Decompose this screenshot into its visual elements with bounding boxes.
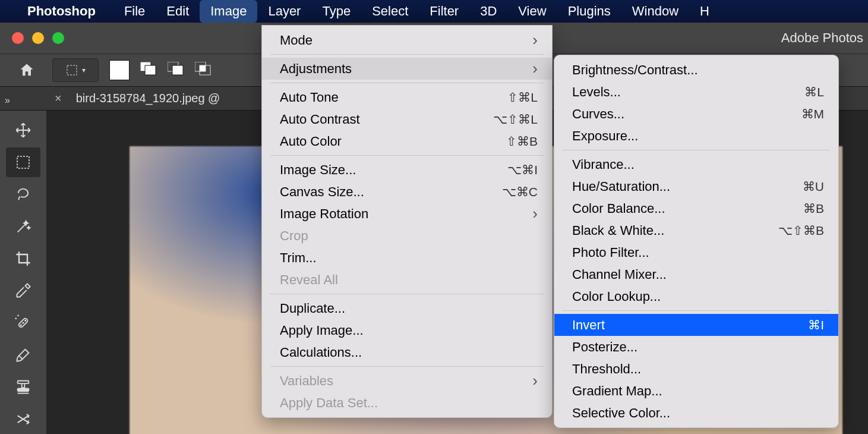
svg-rect-7 <box>200 65 206 71</box>
menubar-item-3d[interactable]: 3D <box>469 0 507 23</box>
menu-item-label: Crop <box>280 228 308 244</box>
menu-item-label: Trim... <box>280 250 317 266</box>
menu-item-label: Color Lookup... <box>572 289 661 304</box>
wand-tool-button[interactable] <box>6 212 40 241</box>
menu-item-label: Auto Color <box>280 134 342 149</box>
adjust-menu-posterize[interactable]: Posterize... <box>554 336 838 358</box>
menu-item-label: Apply Data Set... <box>280 395 378 411</box>
image-menu-adjustments[interactable]: Adjustments <box>262 58 552 80</box>
image-menu-trim[interactable]: Trim... <box>262 247 552 269</box>
eyedropper-tool-button[interactable] <box>6 276 40 306</box>
menu-item-label: Channel Mixer... <box>572 267 667 282</box>
menubar-item-window[interactable]: Window <box>621 0 689 23</box>
menu-item-label: Variables <box>280 373 333 389</box>
menu-item-label: Mode <box>280 33 313 48</box>
menu-item-label: Photo Filter... <box>572 245 649 260</box>
image-menu-mode[interactable]: Mode <box>262 29 552 51</box>
app-name[interactable]: Photoshop <box>27 4 96 19</box>
intersect-mode-icon[interactable] <box>195 62 212 78</box>
swap-tool-button[interactable] <box>6 404 40 434</box>
menu-item-shortcut: ⌘I <box>808 318 824 332</box>
move-tool-button[interactable] <box>6 115 40 145</box>
menu-item-label: Levels... <box>572 84 621 100</box>
image-menu-apply-image[interactable]: Apply Image... <box>262 319 552 341</box>
adjust-menu-color-balance[interactable]: Color Balance...⌘B <box>554 197 838 219</box>
menu-item-label: Hue/Saturation... <box>572 179 670 194</box>
marquee-tool-button[interactable] <box>6 147 40 177</box>
overlap-mode-icon[interactable] <box>140 62 157 78</box>
image-menu-crop: Crop <box>262 225 552 247</box>
menubar-item-filter[interactable]: Filter <box>419 0 469 23</box>
adjust-menu-threshold[interactable]: Threshold... <box>554 358 838 380</box>
adjust-menu-gradient-map[interactable]: Gradient Map... <box>554 380 838 402</box>
menu-item-shortcut: ⇧⌘L <box>507 90 538 105</box>
menubar-item-h[interactable]: H <box>689 0 720 23</box>
image-menu-image-rotation[interactable]: Image Rotation <box>262 203 552 225</box>
heal-tool-button[interactable] <box>6 308 40 338</box>
adjust-menu-color-lookup[interactable]: Color Lookup... <box>554 285 838 307</box>
collapse-chevrons-icon[interactable]: » <box>5 95 10 106</box>
adjust-menu-exposure[interactable]: Exposure... <box>554 125 838 147</box>
menu-item-label: Posterize... <box>572 339 637 355</box>
menu-item-label: Calculations... <box>280 345 362 360</box>
image-menu-image-size[interactable]: Image Size...⌥⌘I <box>262 159 552 181</box>
close-window-button[interactable] <box>12 32 24 44</box>
menu-item-label: Vibrance... <box>572 157 635 172</box>
menubar-item-edit[interactable]: Edit <box>156 0 200 23</box>
tool-panel <box>0 111 46 434</box>
adjust-menu-selective-color[interactable]: Selective Color... <box>554 402 838 424</box>
adjust-menu-photo-filter[interactable]: Photo Filter... <box>554 241 838 263</box>
svg-rect-2 <box>145 65 156 75</box>
menu-item-shortcut: ⌥⇧⌘B <box>778 224 824 238</box>
adjust-menu-invert[interactable]: Invert⌘I <box>554 314 838 336</box>
menubar-item-type[interactable]: Type <box>311 0 361 23</box>
brush-tool-button[interactable] <box>6 340 40 370</box>
menubar-item-file[interactable]: File <box>113 0 156 23</box>
svg-rect-14 <box>18 388 29 391</box>
menu-item-label: Adjustments <box>280 61 352 77</box>
image-menu-auto-color[interactable]: Auto Color⇧⌘B <box>262 130 552 152</box>
menu-item-label: Black & White... <box>572 223 664 238</box>
menu-item-shortcut: ⌥⇧⌘L <box>493 112 538 127</box>
menu-item-label: Auto Contrast <box>280 112 360 127</box>
stamp-tool-button[interactable] <box>6 372 40 402</box>
adjust-menu-levels[interactable]: Levels...⌘L <box>554 81 838 103</box>
adjust-menu-brightness-contrast[interactable]: Brightness/Contrast... <box>554 59 838 81</box>
svg-rect-13 <box>18 381 29 384</box>
svg-rect-4 <box>172 65 183 75</box>
adjust-menu-hue-saturation[interactable]: Hue/Saturation...⌘U <box>554 175 838 197</box>
image-menu-duplicate[interactable]: Duplicate... <box>262 297 552 319</box>
svg-point-10 <box>21 325 22 326</box>
menu-item-label: Image Size... <box>280 162 356 178</box>
menu-item-shortcut: ⇧⌘B <box>506 134 538 149</box>
menu-item-label: Curves... <box>572 106 624 122</box>
adjust-menu-curves[interactable]: Curves...⌘M <box>554 103 838 125</box>
crop-tool-button[interactable] <box>6 244 40 273</box>
lasso-tool-button[interactable] <box>6 180 40 209</box>
current-tool-indicator[interactable]: ▾ <box>52 58 99 82</box>
svg-rect-8 <box>17 156 29 168</box>
menu-item-label: Reveal All <box>280 272 338 288</box>
adjust-menu-vibrance[interactable]: Vibrance... <box>554 153 838 175</box>
adjust-menu-black-white[interactable]: Black & White...⌥⇧⌘B <box>554 219 838 241</box>
home-button[interactable] <box>12 58 42 82</box>
menu-item-shortcut: ⌥⌘I <box>507 163 538 177</box>
image-menu-auto-contrast[interactable]: Auto Contrast⌥⇧⌘L <box>262 108 552 130</box>
menubar-item-image[interactable]: Image <box>200 0 257 23</box>
image-menu-calculations[interactable]: Calculations... <box>262 341 552 363</box>
image-menu-reveal-all: Reveal All <box>262 269 552 291</box>
image-menu-canvas-size[interactable]: Canvas Size...⌥⌘C <box>262 181 552 203</box>
zoom-window-button[interactable] <box>52 32 64 44</box>
menubar-item-view[interactable]: View <box>507 0 557 23</box>
image-menu-auto-tone[interactable]: Auto Tone⇧⌘L <box>262 86 552 108</box>
adjust-menu-channel-mixer[interactable]: Channel Mixer... <box>554 263 838 285</box>
menubar-item-select[interactable]: Select <box>361 0 419 23</box>
document-tab-label[interactable]: bird-3158784_1920.jpeg @ <box>76 92 220 105</box>
menubar-item-plugins[interactable]: Plugins <box>557 0 621 23</box>
close-tab-button[interactable]: × <box>55 92 62 105</box>
subtract-mode-icon[interactable] <box>168 62 184 78</box>
minimize-window-button[interactable] <box>32 32 44 44</box>
foreground-swatch[interactable] <box>109 60 130 80</box>
menu-item-shortcut: ⌘M <box>801 107 825 121</box>
menubar-item-layer[interactable]: Layer <box>257 0 311 23</box>
